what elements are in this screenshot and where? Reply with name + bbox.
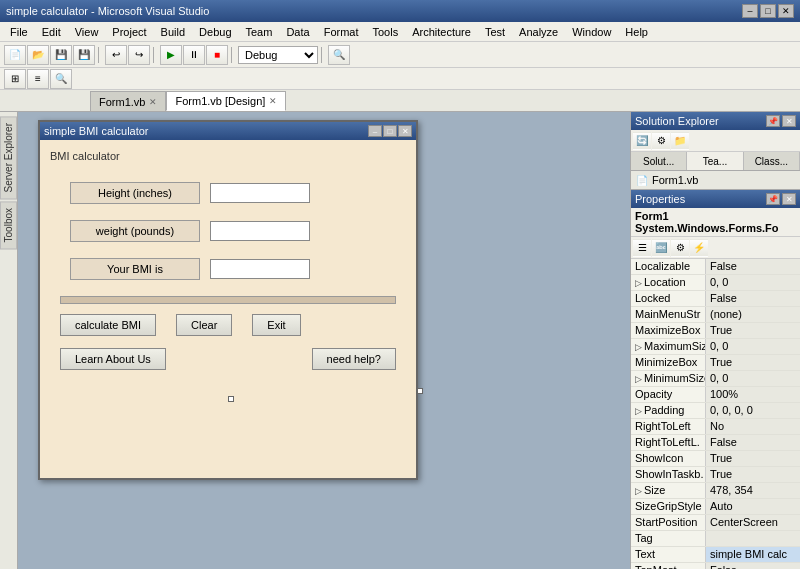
menu-architecture[interactable]: Architecture <box>406 25 477 39</box>
prop-row-maximumsize[interactable]: ▷MaximumSize 0, 0 <box>631 339 800 355</box>
prop-value-topmost: False <box>706 563 800 569</box>
menu-file[interactable]: File <box>4 25 34 39</box>
props-events-button[interactable]: ⚡ <box>690 239 708 257</box>
tab-form1-vb[interactable]: Form1.vb ✕ <box>90 91 166 111</box>
prop-row-startposition[interactable]: StartPosition CenterScreen <box>631 515 800 531</box>
form-minimize-btn[interactable]: – <box>368 125 382 137</box>
zoom-button[interactable]: 🔍 <box>50 69 72 89</box>
sol-properties-button[interactable]: ⚙ <box>652 132 670 150</box>
menu-team[interactable]: Team <box>240 25 279 39</box>
props-categorized-button[interactable]: ☰ <box>633 239 651 257</box>
save-all-button[interactable]: 💾 <box>73 45 95 65</box>
props-close-button[interactable]: ✕ <box>782 193 796 205</box>
save-button[interactable]: 💾 <box>50 45 72 65</box>
prop-row-locked[interactable]: Locked False <box>631 291 800 307</box>
resize-handle-bottom[interactable] <box>228 396 234 402</box>
open-button[interactable]: 📂 <box>27 45 49 65</box>
height-input[interactable] <box>210 183 310 203</box>
need-help-button[interactable]: need help? <box>312 348 396 370</box>
tab-form1-vb-label: Form1.vb <box>99 96 145 108</box>
toolbox-tab[interactable]: Toolbox <box>0 201 17 249</box>
prop-row-sizegripstyle[interactable]: SizeGripStyle Auto <box>631 499 800 515</box>
props-alphabetical-button[interactable]: 🔤 <box>652 239 670 257</box>
menu-build[interactable]: Build <box>155 25 191 39</box>
menu-tools[interactable]: Tools <box>367 25 405 39</box>
minimize-button[interactable]: – <box>742 4 758 18</box>
menu-analyze[interactable]: Analyze <box>513 25 564 39</box>
configuration-combo[interactable]: Debug Release <box>238 46 318 64</box>
layout-button[interactable]: ⊞ <box>4 69 26 89</box>
prop-row-righttoleftl[interactable]: RightToLeftL. False <box>631 435 800 451</box>
prop-row-maximizebox[interactable]: MaximizeBox True <box>631 323 800 339</box>
sol-refresh-button[interactable]: 🔄 <box>633 132 651 150</box>
resize-handle-right[interactable] <box>417 388 423 394</box>
redo-button[interactable]: ↪ <box>128 45 150 65</box>
title-bar: simple calculator - Microsoft Visual Stu… <box>0 0 800 22</box>
sol-tab-class[interactable]: Class... <box>744 152 800 170</box>
solution-explorer-tabs: Solut... Tea... Class... <box>631 152 800 171</box>
stop-button[interactable]: ■ <box>206 45 228 65</box>
menu-help[interactable]: Help <box>619 25 654 39</box>
start-button[interactable]: ▶ <box>160 45 182 65</box>
close-button[interactable]: ✕ <box>778 4 794 18</box>
tab-form1-vb-design-close[interactable]: ✕ <box>269 96 277 106</box>
sol-close-button[interactable]: ✕ <box>782 115 796 127</box>
maximize-button[interactable]: □ <box>760 4 776 18</box>
props-property-pages-button[interactable]: ⚙ <box>671 239 689 257</box>
prop-row-localizable[interactable]: Localizable False <box>631 259 800 275</box>
sol-pin-button[interactable]: 📌 <box>766 115 780 127</box>
tab-form1-vb-design[interactable]: Form1.vb [Design] ✕ <box>166 91 286 111</box>
prop-row-tag[interactable]: Tag <box>631 531 800 547</box>
prop-row-showicon[interactable]: ShowIcon True <box>631 451 800 467</box>
new-project-button[interactable]: 📄 <box>4 45 26 65</box>
prop-value-sizegripstyle: Auto <box>706 499 800 514</box>
props-pin-button[interactable]: 📌 <box>766 193 780 205</box>
sol-show-files-button[interactable]: 📁 <box>671 132 689 150</box>
weight-input[interactable] <box>210 221 310 241</box>
form-close-btn[interactable]: ✕ <box>398 125 412 137</box>
prop-row-size[interactable]: ▷Size 478, 354 <box>631 483 800 499</box>
bmi-row: Your BMI is <box>50 258 406 280</box>
menu-format[interactable]: Format <box>318 25 365 39</box>
separator-3 <box>231 47 235 63</box>
server-explorer-tab[interactable]: Server Explorer <box>0 116 17 199</box>
exit-button[interactable]: Exit <box>252 314 300 336</box>
prop-row-location[interactable]: ▷Location 0, 0 <box>631 275 800 291</box>
learn-about-us-button[interactable]: Learn About Us <box>60 348 166 370</box>
menu-test[interactable]: Test <box>479 25 511 39</box>
search-button[interactable]: 🔍 <box>328 45 350 65</box>
prop-row-topmost[interactable]: TopMost False <box>631 563 800 569</box>
bmi-input[interactable] <box>210 259 310 279</box>
menu-project[interactable]: Project <box>106 25 152 39</box>
form-maximize-btn[interactable]: □ <box>383 125 397 137</box>
prop-row-padding[interactable]: ▷Padding 0, 0, 0, 0 <box>631 403 800 419</box>
undo-button[interactable]: ↩ <box>105 45 127 65</box>
weight-label: weight (pounds) <box>70 220 200 242</box>
tab-form1-vb-close[interactable]: ✕ <box>149 97 157 107</box>
menu-data[interactable]: Data <box>280 25 315 39</box>
sol-tab-tea[interactable]: Tea... <box>687 152 743 170</box>
prop-value-maximumsize: 0, 0 <box>706 339 800 354</box>
menu-debug[interactable]: Debug <box>193 25 237 39</box>
prop-row-text[interactable]: Text simple BMI calc <box>631 547 800 563</box>
menu-edit[interactable]: Edit <box>36 25 67 39</box>
prop-row-showintaskb[interactable]: ShowInTaskb. True <box>631 467 800 483</box>
bottom-button-row: Learn About Us need help? <box>50 348 406 370</box>
sol-tab-solution[interactable]: Solut... <box>631 152 687 170</box>
prop-row-righttoleft[interactable]: RightToLeft No <box>631 419 800 435</box>
clear-button[interactable]: Clear <box>176 314 232 336</box>
prop-row-minimizebox[interactable]: MinimizeBox True <box>631 355 800 371</box>
prop-row-opacity[interactable]: Opacity 100% <box>631 387 800 403</box>
prop-value-minimizebox: True <box>706 355 800 370</box>
separator-4 <box>321 47 325 63</box>
prop-row-minimumsize[interactable]: ▷MinimumSize 0, 0 <box>631 371 800 387</box>
align-button[interactable]: ≡ <box>27 69 49 89</box>
pause-button[interactable]: ⏸ <box>183 45 205 65</box>
sol-item-form1[interactable]: 📄 Form1.vb <box>631 171 800 189</box>
tab-form1-vb-design-label: Form1.vb [Design] <box>175 95 265 107</box>
prop-row-mainmenustr[interactable]: MainMenuStr (none) <box>631 307 800 323</box>
calculate-bmi-button[interactable]: calculate BMI <box>60 314 156 336</box>
properties-title: Properties <box>635 193 685 205</box>
menu-view[interactable]: View <box>69 25 105 39</box>
menu-window[interactable]: Window <box>566 25 617 39</box>
